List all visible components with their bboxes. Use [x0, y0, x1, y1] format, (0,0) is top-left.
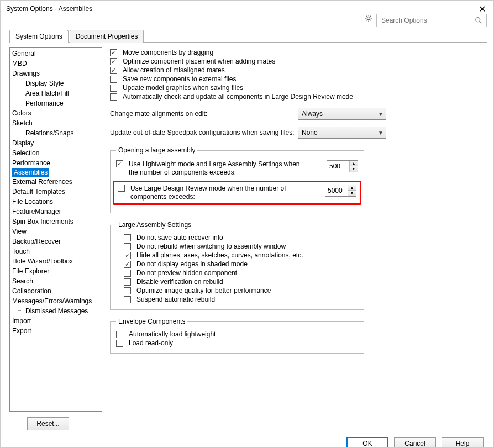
sidebar-item-touch[interactable]: Touch: [10, 246, 102, 256]
checkbox-load-read-only[interactable]: [116, 340, 123, 347]
spinner-down-icon[interactable]: ▼: [348, 191, 356, 196]
input-ldr-threshold[interactable]: [325, 187, 348, 194]
spinner-down-icon[interactable]: ▼: [350, 166, 358, 172]
ok-button[interactable]: OK: [346, 437, 388, 448]
spinner-up-icon[interactable]: ▲: [348, 185, 356, 191]
checkbox-no-edges-shaded[interactable]: [124, 261, 131, 268]
sidebar-item-messages-errors-warnings[interactable]: Messages/Errors/Warnings: [10, 296, 102, 306]
checkbox-optimize-image-quality[interactable]: [124, 287, 131, 294]
checkbox-disable-verification[interactable]: [124, 278, 131, 286]
sidebar-item-file-explorer[interactable]: File Explorer: [10, 266, 102, 276]
checkbox-misaligned-mates[interactable]: [110, 67, 117, 74]
svg-point-9: [476, 18, 480, 22]
sidebar-tree[interactable]: General MBD Drawings Display Style Area …: [9, 47, 102, 412]
label-speedpak: Update out-of-date Speedpak configuratio…: [110, 129, 295, 136]
sidebar-item-area-hatch[interactable]: Area Hatch/Fill: [10, 88, 102, 98]
checkbox-hide-planes[interactable]: [124, 252, 131, 259]
sidebar-item-colors[interactable]: Colors: [10, 108, 102, 118]
sidebar-item-backup-recover[interactable]: Backup/Recover: [10, 236, 102, 246]
label-no-edges-shaded[interactable]: Do not display edges in shaded mode: [136, 260, 248, 268]
sidebar-item-performance-drawings[interactable]: Performance: [10, 98, 102, 108]
label-update-graphics[interactable]: Update model graphics when saving files: [123, 84, 243, 92]
chevron-down-icon: ▼: [378, 111, 383, 117]
input-lightweight-threshold[interactable]: [327, 162, 349, 170]
checkbox-large-design-review[interactable]: [118, 185, 125, 192]
spinner-ldr-threshold[interactable]: ▲▼: [325, 185, 356, 197]
label-optimize-image-quality[interactable]: Optimize image quality for better perfor…: [136, 287, 271, 294]
sidebar-item-performance[interactable]: Performance: [10, 158, 102, 168]
sidebar-item-hole-wizard-toolbox[interactable]: Hole Wizard/Toolbox: [10, 256, 102, 266]
label-lightweight-mode[interactable]: Use Lightweight mode and Large Assembly …: [129, 160, 300, 177]
sidebar-item-display[interactable]: Display: [10, 138, 102, 148]
sidebar-item-collaboration[interactable]: Collaboration: [10, 286, 102, 296]
checkbox-lightweight-mode[interactable]: [116, 160, 123, 167]
legend-large-settings: Large Assembly Settings: [116, 221, 193, 229]
label-mate-alignments: Change mate alignments on edit:: [110, 110, 207, 118]
tab-bar: System Options Document Properties: [1, 29, 493, 43]
sidebar-item-display-style[interactable]: Display Style: [10, 78, 102, 88]
label-no-autorecover[interactable]: Do not save auto recover info: [136, 234, 223, 241]
cancel-button[interactable]: Cancel: [394, 437, 436, 448]
sidebar-item-external-references[interactable]: External References: [10, 177, 102, 187]
sidebar-item-general[interactable]: General: [10, 49, 102, 59]
label-no-rebuild-switch[interactable]: Do not rebuild when switching to assembl…: [136, 243, 286, 250]
tab-system-options[interactable]: System Options: [9, 30, 69, 43]
label-load-read-only[interactable]: Load read-only: [129, 339, 173, 347]
label-suspend-rebuild[interactable]: Suspend automatic rebuild: [136, 296, 215, 303]
sidebar-item-export[interactable]: Export: [10, 326, 102, 336]
checkbox-no-preview-hidden[interactable]: [124, 270, 131, 277]
svg-line-7: [366, 20, 367, 20]
sidebar-item-dismissed-messages[interactable]: Dismissed Messages: [10, 306, 102, 316]
help-button[interactable]: Help: [442, 437, 484, 448]
checkbox-move-components[interactable]: [110, 49, 117, 56]
label-auto-check-ldr[interactable]: Automatically check and update all compo…: [123, 93, 353, 101]
label-optimize-placement[interactable]: Optimize component placement when adding…: [123, 57, 275, 65]
checkbox-suspend-rebuild[interactable]: [124, 296, 131, 303]
label-no-preview-hidden[interactable]: Do not preview hidden component: [136, 269, 237, 277]
label-disable-verification[interactable]: Disable verification on rebuild: [136, 278, 223, 286]
legend-opening: Opening a large assembly: [116, 146, 197, 154]
gear-icon[interactable]: [364, 14, 373, 23]
label-large-design-review[interactable]: Use Large Design Review mode when the nu…: [130, 185, 302, 201]
sidebar-item-selection[interactable]: Selection: [10, 148, 102, 158]
group-large-assembly-settings: Large Assembly Settings Do not save auto…: [110, 221, 364, 310]
label-hide-planes[interactable]: Hide all planes, axes, sketches, curves,…: [136, 251, 303, 259]
search-icon[interactable]: [474, 16, 483, 25]
sidebar-item-import[interactable]: Import: [10, 316, 102, 326]
label-auto-load-lightweight[interactable]: Automatically load lightweight: [129, 330, 216, 338]
legend-envelope: Envelope Components: [116, 318, 187, 325]
reset-button[interactable]: Reset...: [27, 417, 69, 430]
svg-line-5: [366, 16, 367, 17]
checkbox-auto-check-ldr[interactable]: [110, 93, 117, 101]
svg-line-6: [370, 20, 371, 20]
sidebar-item-search[interactable]: Search: [10, 276, 102, 286]
checkbox-save-external[interactable]: [110, 76, 117, 83]
label-move-components[interactable]: Move components by dragging: [123, 49, 213, 56]
sidebar-item-mbd[interactable]: MBD: [10, 59, 102, 68]
select-speedpak[interactable]: None ▼: [298, 127, 386, 139]
select-mate-alignments[interactable]: Always ▼: [298, 108, 386, 120]
tab-document-properties[interactable]: Document Properties: [70, 30, 144, 43]
checkbox-no-rebuild-switch[interactable]: [124, 243, 131, 250]
svg-line-8: [370, 16, 371, 17]
checkbox-update-graphics[interactable]: [110, 85, 117, 92]
checkbox-no-autorecover[interactable]: [124, 234, 131, 241]
search-input[interactable]: [380, 16, 474, 25]
sidebar-item-relations-snaps[interactable]: Relations/Snaps: [10, 128, 102, 138]
sidebar-item-sketch[interactable]: Sketch: [10, 118, 102, 128]
checkbox-auto-load-lightweight[interactable]: [116, 331, 123, 338]
svg-point-0: [367, 17, 370, 19]
sidebar-item-default-templates[interactable]: Default Templates: [10, 187, 102, 197]
sidebar-item-view[interactable]: View: [10, 226, 102, 236]
label-misaligned-mates[interactable]: Allow creation of misaligned mates: [123, 66, 225, 74]
sidebar-item-file-locations[interactable]: File Locations: [10, 197, 102, 207]
spinner-lightweight-threshold[interactable]: ▲▼: [327, 160, 358, 172]
sidebar-item-drawings[interactable]: Drawings: [10, 68, 102, 78]
spinner-up-icon[interactable]: ▲: [350, 161, 358, 166]
sidebar-item-featuremanager[interactable]: FeatureManager: [10, 207, 102, 217]
sidebar-item-spin-box-increments[interactable]: Spin Box Increments: [10, 217, 102, 226]
close-icon[interactable]: ✕: [475, 4, 489, 14]
sidebar-item-assemblies[interactable]: Assemblies: [12, 168, 49, 177]
checkbox-optimize-placement[interactable]: [110, 58, 117, 65]
label-save-external[interactable]: Save new components to external files: [123, 75, 236, 83]
